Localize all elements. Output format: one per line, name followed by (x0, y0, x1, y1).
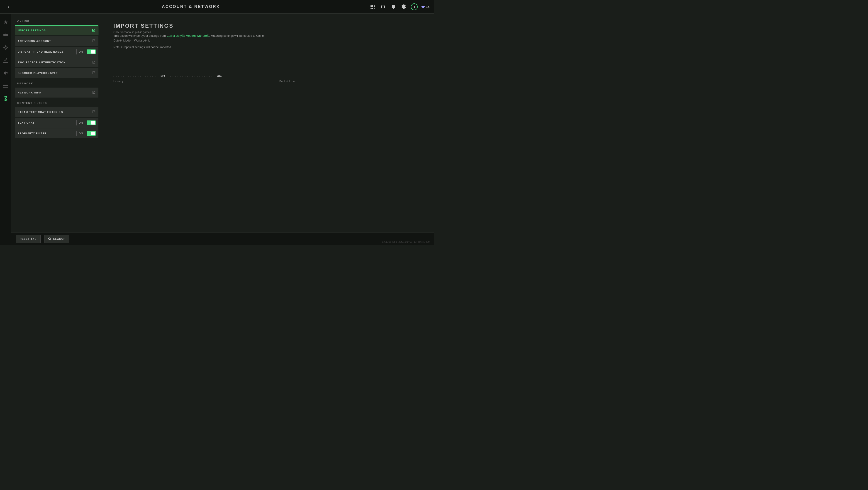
profanity-filter-value: ON (79, 132, 83, 135)
description-text-1: This action will import your settings fr… (113, 34, 167, 37)
external-link-icon-2 (92, 39, 96, 43)
sidebar-item-audio[interactable] (2, 69, 10, 77)
right-panel: IMPORT SETTINGS This action will import … (102, 13, 434, 245)
svg-rect-18 (3, 87, 8, 88)
packet-loss-label: Packet Loss (279, 80, 423, 83)
profanity-filter-toggle[interactable] (87, 131, 96, 136)
external-link-icon-4 (92, 71, 96, 75)
header-icons: 1 15 (369, 3, 430, 10)
activision-account-label: ACTIVISION ACCOUNT (18, 40, 92, 42)
section-header-content-filters: CONTENT FILTERS (15, 100, 98, 106)
bottom-bar: RESET TAB SEARCH 9.4.13064550 [36:210:14… (11, 233, 434, 245)
toggle-thumb (91, 50, 95, 54)
sidebar-item-controller[interactable] (2, 31, 10, 39)
svg-point-19 (5, 98, 6, 99)
reset-tab-button[interactable]: RESET TAB (16, 235, 40, 243)
latency-label: Latency (113, 80, 257, 83)
display-friend-names-toggle-container: ON (79, 50, 96, 54)
toggle-thumb-2 (91, 121, 95, 125)
svg-rect-17 (3, 85, 8, 86)
blocked-players-item[interactable]: BLOCKED PLAYERS (0/200) (15, 68, 98, 78)
text-chat-toggle-container: ON (79, 120, 96, 125)
headset-icon[interactable] (379, 3, 386, 10)
display-friend-names-value: ON (79, 50, 83, 53)
sidebar (0, 13, 11, 245)
import-settings-title: IMPORT SETTINGS (113, 23, 423, 29)
svg-marker-1 (4, 20, 8, 24)
import-settings-note: Note: Graphical settings will not be imp… (113, 45, 423, 49)
search-label: SEARCH (53, 238, 65, 240)
text-chat-toggle[interactable] (87, 120, 96, 125)
main-content: ONLINE IMPORT SETTINGS ACTIVISION ACCOUN… (11, 13, 434, 245)
version-info: 9.4.13064550 [36:210:1465+11] Tmc [7000] (382, 241, 430, 243)
svg-rect-6 (4, 35, 5, 35)
search-button[interactable]: SEARCH (44, 235, 69, 243)
steam-text-chat-label: STEAM TEXT CHAT FILTERING (18, 111, 92, 114)
left-panel: ONLINE IMPORT SETTINGS ACTIVISION ACCOUN… (11, 13, 102, 245)
import-settings-item[interactable]: IMPORT SETTINGS (15, 25, 98, 35)
svg-point-7 (7, 34, 7, 35)
svg-rect-14 (3, 62, 8, 63)
profanity-filter-item[interactable]: PROFANITY FILTER ON (15, 128, 98, 139)
display-friend-names-label: DISPLAY FRIEND REAL NAMES (18, 50, 74, 53)
text-chat-value: ON (79, 121, 83, 124)
import-settings-label: IMPORT SETTINGS (18, 29, 92, 32)
public-games-note: Only functional in public games. (113, 31, 423, 34)
section-header-online: ONLINE (15, 18, 98, 25)
latency-value: N/A (160, 74, 165, 78)
two-factor-auth-label: TWO-FACTOR AUTHENTICATION (18, 61, 92, 64)
grid-icon[interactable] (369, 3, 376, 10)
import-settings-description: This action will import your settings fr… (113, 34, 272, 43)
network-stats: - - - - - - - - - - - - - - - - - - N/A … (113, 74, 423, 83)
blocked-players-label: BLOCKED PLAYERS (0/200) (18, 72, 92, 74)
external-link-icon-3 (92, 60, 96, 65)
latency-dashes-2: - - - - - - - - - - - - - - - - - - (170, 75, 213, 78)
network-info-label: NETWORK INFO (18, 91, 92, 94)
sidebar-item-pencil[interactable] (2, 56, 10, 64)
profanity-filter-toggle-container: ON (79, 131, 96, 136)
text-chat-item[interactable]: TEXT CHAT ON (15, 118, 98, 128)
external-link-icon (92, 28, 95, 33)
sidebar-item-hud[interactable] (2, 82, 10, 90)
header: ‹ ACCOUNT & NETWORK 1 (0, 0, 434, 13)
packet-loss-value: 0% (217, 74, 221, 78)
svg-marker-15 (4, 71, 6, 74)
svg-point-9 (4, 47, 7, 49)
sidebar-item-featured[interactable] (2, 18, 10, 26)
latency-dashes: - - - - - - - - - - - - - - - - - - (113, 75, 156, 78)
back-button[interactable]: ‹ (4, 3, 13, 11)
page-title: ACCOUNT & NETWORK (13, 4, 369, 9)
bell-icon[interactable] (390, 3, 397, 10)
svg-rect-16 (3, 84, 8, 84)
external-link-icon-6 (92, 110, 96, 114)
external-link-icon-5 (92, 91, 96, 95)
section-header-network: NETWORK (15, 80, 98, 87)
cod-points-value: 15 (426, 5, 430, 9)
latency-row: - - - - - - - - - - - - - - - - - - N/A … (113, 74, 423, 78)
svg-point-8 (7, 35, 7, 35)
sidebar-item-network[interactable] (2, 94, 10, 102)
profanity-filter-label: PROFANITY FILTER (18, 132, 74, 135)
cod-points: 15 (421, 5, 430, 9)
steam-text-chat-item[interactable]: STEAM TEXT CHAT FILTERING (15, 107, 98, 117)
player-level: 1 (413, 5, 415, 9)
toggle-thumb-3 (91, 131, 95, 135)
level-circle: 1 (411, 3, 418, 10)
stat-labels-row: Latency Packet Loss (113, 80, 423, 83)
gear-icon[interactable] (400, 3, 407, 10)
svg-rect-3 (6, 34, 8, 36)
description-highlight: Call of Duty®: Modern Warfare® (167, 34, 209, 37)
text-chat-label: TEXT CHAT (18, 121, 74, 124)
player-level-badge: 1 (411, 3, 418, 10)
svg-marker-0 (421, 5, 425, 8)
svg-rect-4 (5, 34, 6, 36)
display-friend-names-toggle[interactable] (87, 50, 96, 54)
svg-point-20 (49, 238, 50, 240)
svg-line-21 (50, 239, 51, 240)
network-info-item[interactable]: NETWORK INFO (15, 88, 98, 97)
display-friend-names-item[interactable]: DISPLAY FRIEND REAL NAMES ON (15, 47, 98, 57)
two-factor-auth-item[interactable]: TWO-FACTOR AUTHENTICATION (15, 57, 98, 67)
sidebar-item-crosshair[interactable] (2, 43, 10, 52)
activision-account-item[interactable]: ACTIVISION ACCOUNT (15, 36, 98, 46)
